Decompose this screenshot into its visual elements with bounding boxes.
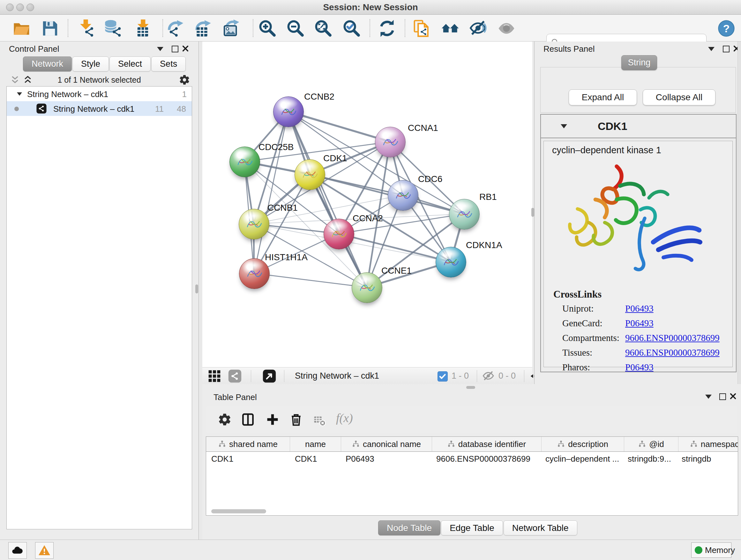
network-node-CDK1[interactable] xyxy=(294,159,325,190)
gene-details: cyclin–dependent kinase 1 xyxy=(543,141,733,367)
network-canvas[interactable]: CCNB2 CCNA1 CDC25B CDK1 CDC6 xyxy=(202,42,532,367)
network-node-CCNA1[interactable] xyxy=(375,127,406,158)
warning-status-box[interactable] xyxy=(35,542,54,559)
birds-eye-view-icon[interactable] xyxy=(262,369,276,383)
column-header-database-identifier[interactable]: database identifier xyxy=(432,437,542,451)
zoom-selected-icon[interactable] xyxy=(343,19,360,37)
cell-canonical-name[interactable]: P06493 xyxy=(340,452,431,466)
network-node-CCNA2[interactable] xyxy=(324,219,354,249)
network-node-RB1[interactable] xyxy=(449,199,480,230)
collapse-all-button[interactable]: Collapse All xyxy=(643,89,716,105)
network-node-CCNB2[interactable] xyxy=(273,97,304,127)
tab-string[interactable]: String xyxy=(621,55,657,70)
table-panel-maximize-icon[interactable] xyxy=(719,393,726,400)
network-node-label: CCNB2 xyxy=(304,91,334,102)
export-image-icon[interactable] xyxy=(222,19,240,37)
selected-checkbox[interactable] xyxy=(437,371,448,381)
table-panel-float-icon[interactable] xyxy=(705,395,712,399)
open-session-icon[interactable] xyxy=(13,19,30,37)
left-splitter-handle[interactable] xyxy=(195,285,198,294)
network-node-CDKN1A[interactable] xyxy=(435,247,466,277)
tab-select[interactable]: Select xyxy=(110,57,151,71)
show-columns-icon[interactable] xyxy=(241,413,255,427)
column-header-namespace[interactable]: namespace xyxy=(678,437,738,451)
expand-all-button[interactable]: Expand All xyxy=(569,89,637,105)
help-icon[interactable]: ? xyxy=(718,19,735,37)
column-header-shared-name[interactable]: shared name xyxy=(206,437,290,451)
cell-database-identifier[interactable]: 9606.ENSP00000378699 xyxy=(431,452,540,466)
tab-style[interactable]: Style xyxy=(72,57,109,71)
zoom-fit-content-icon[interactable] xyxy=(314,19,332,37)
crosslink-label: Compartments: xyxy=(562,333,619,343)
tab-edge-table[interactable]: Edge Table xyxy=(441,520,503,536)
tab-node-table[interactable]: Node Table xyxy=(378,520,441,536)
horizontal-splitter-handle[interactable] xyxy=(466,386,475,389)
tab-sets[interactable]: Sets xyxy=(151,57,186,71)
right-splitter-handle[interactable] xyxy=(531,208,534,217)
cell-description[interactable]: cyclin–dependent ... xyxy=(540,452,623,466)
network-options-gear-icon[interactable] xyxy=(179,74,190,85)
control-panel-maximize-icon[interactable] xyxy=(172,46,179,52)
network-node-CDC6[interactable] xyxy=(388,180,418,211)
table-horizontal-scrollbar[interactable] xyxy=(211,509,266,513)
home-networks-icon[interactable] xyxy=(442,19,460,37)
network-node-CDC25B[interactable] xyxy=(229,146,260,177)
import-table-file-icon[interactable] xyxy=(133,19,151,37)
memory-button[interactable]: Memory xyxy=(691,543,731,558)
add-column-icon[interactable] xyxy=(266,413,280,427)
zoom-in-icon[interactable] xyxy=(259,19,276,37)
network-edge[interactable] xyxy=(288,111,390,142)
cell-name[interactable]: CDK1 xyxy=(290,452,340,466)
table-row[interactable]: CDK1 CDK1 P06493 9606.ENSP00000378699 cy… xyxy=(206,452,738,466)
crosslink-link[interactable]: P06493 xyxy=(625,303,654,314)
column-header-name[interactable]: name xyxy=(290,437,341,451)
network-node-CCNE1[interactable] xyxy=(352,272,382,303)
results-panel-float-icon[interactable] xyxy=(708,47,715,51)
network-edge[interactable] xyxy=(254,111,288,273)
crosslink-link[interactable]: 9606.ENSP00000378699 xyxy=(625,333,720,343)
column-header-description[interactable]: description xyxy=(542,437,624,451)
import-network-file-icon[interactable] xyxy=(77,19,95,37)
collection-expand-icon[interactable] xyxy=(17,92,22,96)
cell-id[interactable]: stringdb:9... xyxy=(623,452,677,466)
network-collection-row[interactable]: String Network – cdk1 1 xyxy=(7,86,192,101)
zoom-out-icon[interactable] xyxy=(286,19,305,37)
main-toolbar: ? xyxy=(0,15,741,42)
network-node-CCNB1[interactable] xyxy=(239,209,269,240)
hidden-elements-icon[interactable] xyxy=(482,370,495,382)
tab-network[interactable]: Network xyxy=(23,57,72,71)
column-header-id[interactable]: @id xyxy=(624,437,678,451)
gene-collapse-icon[interactable] xyxy=(561,124,567,128)
network-from-document-icon[interactable] xyxy=(413,19,431,37)
crosslink-link[interactable]: P06493 xyxy=(625,318,654,328)
control-panel-close-icon[interactable] xyxy=(182,45,189,52)
apply-preferred-layout-icon[interactable] xyxy=(378,19,396,37)
cloud-status-box[interactable] xyxy=(8,542,27,559)
cell-namespace[interactable]: stringdb xyxy=(677,452,738,466)
crosslink-label: GeneCard: xyxy=(562,318,603,328)
gene-header-row[interactable]: CDK1 xyxy=(541,115,736,138)
export-table-icon[interactable] xyxy=(194,19,212,37)
export-network-icon[interactable] xyxy=(167,19,185,37)
save-session-icon[interactable] xyxy=(41,19,59,37)
network-node-HIST1H1A[interactable] xyxy=(239,258,270,289)
table-panel-title: Table Panel xyxy=(213,392,257,402)
table-header-row: shared name name canonical name database… xyxy=(206,437,738,452)
import-network-database-icon[interactable] xyxy=(105,19,122,37)
network-edge[interactable] xyxy=(254,273,367,287)
cell-shared-name[interactable]: CDK1 xyxy=(206,452,290,466)
crosslink-link[interactable]: 9606.ENSP00000378699 xyxy=(625,348,720,358)
grid-view-icon[interactable] xyxy=(207,369,221,383)
table-panel-close-icon[interactable] xyxy=(730,393,737,400)
table-options-gear-icon[interactable] xyxy=(218,413,232,427)
network-row-selected[interactable]: String Network – cdk1 11 48 xyxy=(7,101,192,116)
birds-eye-toggle-icon[interactable] xyxy=(497,19,515,37)
tab-network-table[interactable]: Network Table xyxy=(503,520,577,536)
network-type-badge-icon[interactable] xyxy=(228,369,242,383)
delete-column-icon[interactable] xyxy=(289,413,303,427)
control-panel-float-icon[interactable] xyxy=(157,47,163,51)
crosslink-link[interactable]: P06493 xyxy=(625,362,654,373)
graphics-details-toggle-icon[interactable] xyxy=(469,19,487,37)
column-header-canonical-name[interactable]: canonical name xyxy=(341,437,432,451)
results-panel-maximize-icon[interactable] xyxy=(723,46,730,52)
